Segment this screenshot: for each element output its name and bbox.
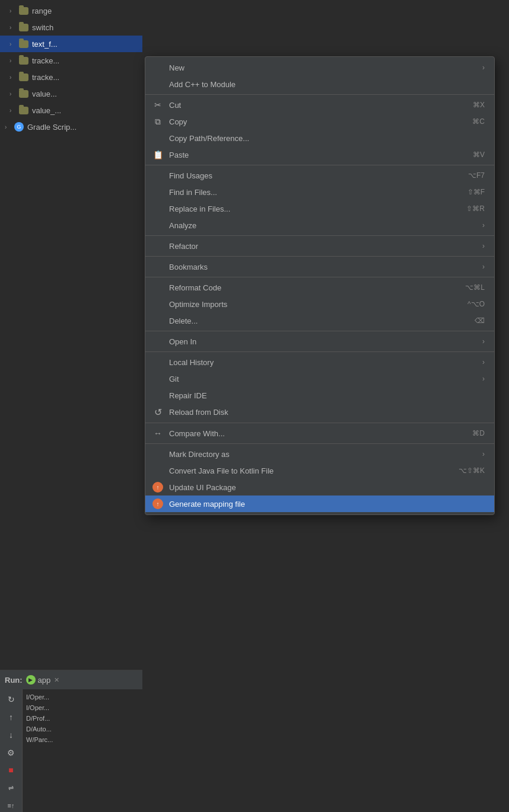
menu-item-refactor[interactable]: Refactor › bbox=[145, 238, 494, 254]
menu-item-analyze-label: Analyze bbox=[169, 221, 474, 230]
run-content: I/Oper... I/Oper... D/Prof... D/Auto... … bbox=[23, 689, 142, 812]
menu-item-new[interactable]: New › bbox=[145, 59, 494, 76]
tree-arrow: › bbox=[5, 124, 11, 130]
menu-item-copy-path[interactable]: Copy Path/Reference... bbox=[145, 130, 494, 146]
menu-item-reformat-label: Reformat Code bbox=[169, 283, 459, 292]
menu-item-repair-ide[interactable]: Repair IDE bbox=[145, 387, 494, 404]
menu-item-git[interactable]: Git › bbox=[145, 370, 494, 387]
reload-icon: ↺ bbox=[152, 407, 163, 418]
menu-item-refactor-label: Refactor bbox=[169, 242, 474, 251]
cut-shortcut: ⌘X bbox=[473, 101, 485, 109]
menu-item-find-files[interactable]: Find in Files... ⇧⌘F bbox=[145, 184, 494, 200]
separator-9 bbox=[145, 443, 494, 444]
compare-icon: ↔ bbox=[152, 429, 163, 438]
menu-item-find-usages[interactable]: Find Usages ⌥F7 bbox=[145, 167, 494, 184]
open-in-arrow: › bbox=[482, 337, 485, 346]
tree-item-label: Gradle Scrip... bbox=[27, 123, 77, 132]
menu-item-generate-mapping-label: Generate mapping file bbox=[169, 500, 485, 509]
menu-item-optimize[interactable]: Optimize Imports ^⌥O bbox=[145, 296, 494, 312]
run-line-2: I/Oper... bbox=[26, 702, 139, 713]
menu-item-repair-ide-label: Repair IDE bbox=[169, 391, 485, 400]
separator-2 bbox=[145, 165, 494, 165]
git-arrow: › bbox=[482, 375, 485, 383]
menu-item-delete-label: Delete... bbox=[169, 317, 469, 325]
menu-item-analyze[interactable]: Analyze › bbox=[145, 217, 494, 234]
tree-item-text-field[interactable]: › text_f... bbox=[0, 36, 142, 52]
tree-arrow: › bbox=[9, 8, 15, 14]
run-line-3: D/Prof... bbox=[26, 713, 139, 724]
menu-item-copy[interactable]: ⧉ Copy ⌘C bbox=[145, 113, 494, 130]
folder-icon bbox=[19, 73, 28, 81]
menu-item-add-cpp[interactable]: Add C++ to Module bbox=[145, 76, 494, 92]
menu-item-convert-java[interactable]: Convert Java File to Kotlin File ⌥⇧⌘K bbox=[145, 462, 494, 479]
tree-item-switch[interactable]: › switch bbox=[0, 19, 142, 36]
separator-1 bbox=[145, 94, 494, 95]
tree-arrow: › bbox=[9, 74, 15, 81]
copy-shortcut: ⌘C bbox=[472, 117, 485, 126]
local-history-arrow: › bbox=[482, 358, 485, 366]
copy-icon: ⧉ bbox=[152, 117, 163, 127]
folder-icon bbox=[19, 40, 28, 48]
menu-item-cut[interactable]: ✂ Cut ⌘X bbox=[145, 97, 494, 113]
tree-arrow: › bbox=[9, 41, 15, 47]
tree-item-value2[interactable]: › value_... bbox=[0, 102, 142, 119]
file-tree: › range › switch › text_f... › tracke...… bbox=[0, 0, 142, 670]
menu-item-replace-files-label: Replace in Files... bbox=[169, 204, 460, 213]
run-label: Run: bbox=[5, 676, 23, 685]
menu-item-compare-label: Compare With... bbox=[169, 429, 466, 438]
tree-item-range[interactable]: › range bbox=[0, 2, 142, 19]
plugin-icon-orange-2: ↑ bbox=[152, 498, 163, 509]
new-arrow: › bbox=[482, 63, 485, 72]
menu-item-compare[interactable]: ↔ Compare With... ⌘D bbox=[145, 425, 494, 442]
menu-item-delete[interactable]: Delete... ⌫ bbox=[145, 312, 494, 329]
tree-item-tracker1[interactable]: › tracke... bbox=[0, 52, 142, 69]
menu-item-bookmarks-label: Bookmarks bbox=[169, 263, 474, 271]
tree-item-label: text_f... bbox=[32, 40, 58, 49]
tree-item-value[interactable]: › value... bbox=[0, 85, 142, 102]
run-line-5: W/Parc... bbox=[26, 734, 139, 745]
generate-mapping-icon: ↑ bbox=[152, 498, 163, 509]
menu-item-replace-files[interactable]: Replace in Files... ⇧⌘R bbox=[145, 200, 494, 217]
bookmarks-arrow: › bbox=[482, 263, 485, 271]
tree-item-label: value... bbox=[32, 89, 57, 98]
paste-shortcut: ⌘V bbox=[473, 151, 485, 159]
separator-3 bbox=[145, 235, 494, 236]
tree-item-gradle[interactable]: › G Gradle Scrip... bbox=[0, 119, 142, 135]
update-ui-icon: ↑ bbox=[152, 482, 163, 493]
menu-item-reformat[interactable]: Reformat Code ⌥⌘L bbox=[145, 279, 494, 296]
close-button[interactable]: ✕ bbox=[54, 676, 59, 684]
folder-icon bbox=[19, 24, 28, 31]
app-icon: ▶ bbox=[26, 675, 36, 685]
tree-item-label: switch bbox=[32, 23, 53, 32]
wrap-button[interactable]: ⇌ bbox=[5, 781, 18, 794]
tree-item-label: tracke... bbox=[32, 56, 59, 65]
menu-item-mark-dir[interactable]: Mark Directory as › bbox=[145, 446, 494, 462]
tree-arrow: › bbox=[9, 57, 15, 64]
scroll-down-button[interactable]: ↓ bbox=[5, 728, 18, 741]
filter-button[interactable]: ≡↑ bbox=[5, 799, 18, 812]
tree-item-label: value_... bbox=[32, 106, 61, 115]
analyze-arrow: › bbox=[482, 221, 485, 229]
settings-button[interactable]: ⚙ bbox=[5, 746, 18, 759]
tree-arrow: › bbox=[9, 24, 15, 31]
menu-item-local-history[interactable]: Local History › bbox=[145, 354, 494, 370]
reformat-shortcut: ⌥⌘L bbox=[465, 283, 485, 292]
menu-item-open-in[interactable]: Open In › bbox=[145, 333, 494, 350]
menu-item-paste[interactable]: 📋 Paste ⌘V bbox=[145, 146, 494, 163]
separator-7 bbox=[145, 351, 494, 352]
menu-item-reload-label: Reload from Disk bbox=[169, 408, 485, 417]
replace-files-shortcut: ⇧⌘R bbox=[466, 204, 485, 213]
scroll-up-button[interactable]: ↑ bbox=[5, 711, 18, 724]
menu-item-generate-mapping[interactable]: ↑ Generate mapping file bbox=[145, 495, 494, 512]
run-app: ▶ app bbox=[26, 675, 51, 685]
menu-item-find-usages-label: Find Usages bbox=[169, 171, 462, 180]
stop-button[interactable]: ■ bbox=[5, 763, 18, 776]
menu-item-copy-path-label: Copy Path/Reference... bbox=[169, 134, 485, 143]
menu-item-bookmarks[interactable]: Bookmarks › bbox=[145, 258, 494, 275]
menu-item-update-ui[interactable]: ↑ Update UI Package bbox=[145, 479, 494, 495]
tree-item-tracker2[interactable]: › tracke... bbox=[0, 69, 142, 85]
menu-item-reload[interactable]: ↺ Reload from Disk bbox=[145, 404, 494, 421]
run-line-4: D/Auto... bbox=[26, 724, 139, 734]
separator-6 bbox=[145, 331, 494, 331]
rerun-button[interactable]: ↻ bbox=[5, 693, 18, 706]
